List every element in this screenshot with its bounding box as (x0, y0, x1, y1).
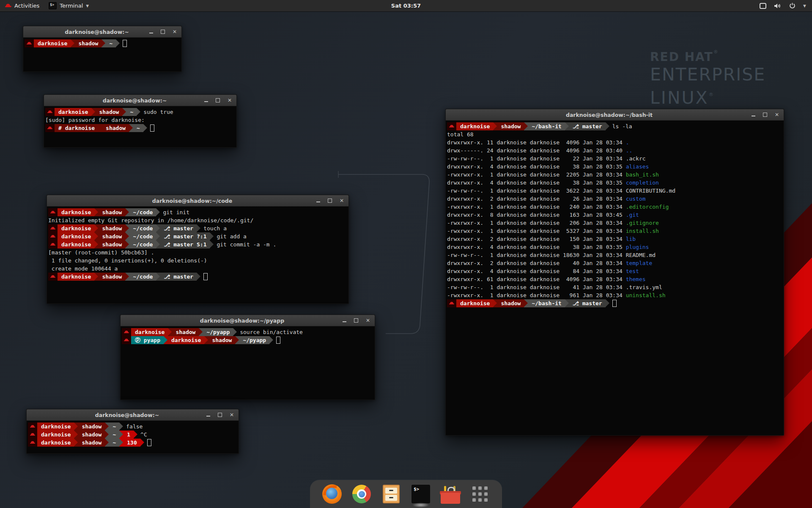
redhat-prompt-icon (48, 224, 58, 232)
prompt-segment-dir: ~/bash-it (528, 299, 565, 307)
minimize-button[interactable] (751, 112, 756, 117)
firefox-icon[interactable] (322, 484, 342, 504)
terminal-content[interactable]: darknoiseshadow~/pyappsource bin/activat… (121, 326, 375, 346)
terminal-text: lib (626, 236, 636, 242)
prompt-segment-dir: ~ (109, 439, 119, 447)
close-button[interactable]: ✕ (229, 412, 234, 417)
terminal-text: test (626, 268, 639, 274)
powerline-arrow (125, 232, 129, 240)
brand-line1: RED HAT® (650, 45, 765, 64)
dock: $> (310, 480, 502, 508)
volume-icon[interactable] (774, 3, 782, 9)
prompt-segment-git: ⎇ master (569, 299, 606, 307)
minimize-button[interactable] (203, 98, 208, 103)
powerline-arrow (94, 232, 98, 240)
close-button[interactable]: ✕ (227, 98, 232, 103)
app-menu-terminal[interactable]: $> Terminal ▼ (44, 0, 93, 11)
terminal-text: 1 file changed, 0 insertions(+), 0 delet… (48, 257, 207, 264)
terminal-text: git add a (217, 233, 246, 240)
window-title: darknoise@shadow:~ (69, 97, 200, 104)
maximize-button[interactable] (354, 318, 359, 323)
terminal-window-home-1[interactable]: darknoise@shadow:~ ✕ darknoiseshadow~ (23, 26, 182, 72)
terminal-text: git commit -a -m . (217, 241, 276, 248)
prompt-segment-host: shadow (95, 108, 122, 116)
terminal-text: touch a (203, 225, 227, 232)
close-button[interactable]: ✕ (172, 29, 177, 34)
window-titlebar[interactable]: darknoise@shadow:~ ✕ (27, 409, 239, 421)
powerline-arrow (235, 336, 239, 344)
prompt-segment-dir: ~ (105, 39, 116, 47)
prompt-segment-user: darknoise (37, 439, 74, 447)
window-titlebar[interactable]: darknoise@shadow:~/bash-it ✕ (446, 109, 784, 121)
terminal-content[interactable]: darknoiseshadow~ (23, 38, 181, 49)
close-button[interactable]: ✕ (774, 112, 779, 117)
maximize-button[interactable] (217, 412, 222, 417)
powerline-arrow (210, 240, 214, 248)
redhat-prompt-icon (48, 240, 58, 248)
terminal-cursor (203, 273, 208, 280)
clock[interactable]: Sat 03:57 (0, 3, 812, 9)
minimize-button[interactable] (148, 29, 154, 34)
terminal-cursor (147, 439, 151, 446)
terminal-window-sudo[interactable]: darknoise@shadow:~ ✕ darknoiseshadow~sud… (44, 94, 237, 148)
terminal-content[interactable]: darknoiseshadow~/codegit initInitialized… (47, 207, 348, 282)
powerline-arrow (204, 336, 208, 344)
system-menu-caret-icon[interactable]: ▼ (803, 4, 806, 8)
terminal-icon[interactable]: $> (411, 484, 431, 504)
prompt-segment-host: shadow (74, 39, 102, 47)
terminal-line: -rw-rw-r--. 1 darknoise darknoise 41 Jan… (447, 283, 782, 291)
powerline-arrow (493, 299, 497, 307)
terminal-line: darknoiseshadow~130 (28, 439, 237, 447)
powerline-arrow (119, 439, 123, 447)
terminal-line: darknoiseshadow~/code⎇ master (48, 273, 347, 281)
powerline-arrow (197, 224, 200, 232)
terminal-window-bash-it[interactable]: darknoise@shadow:~/bash-it ✕ darknoisesh… (445, 109, 784, 436)
powerline-arrow (156, 273, 160, 281)
power-icon[interactable] (789, 3, 796, 9)
prompt-segment-dir: ~/pyapp (203, 328, 233, 336)
terminal-text: [master (root-commit) 50bcb63] . (48, 249, 154, 256)
powerline-arrow (233, 328, 237, 336)
terminal-text: completion (626, 179, 659, 186)
powerline-arrow (119, 431, 123, 439)
terminal-line: total 68 (447, 130, 782, 138)
display-icon[interactable] (760, 3, 766, 9)
window-titlebar[interactable]: darknoise@shadow:~/pyapp ✕ (121, 315, 375, 326)
terminal-line: -rw-rw-r--. 1 darknoise darknoise 22 Jan… (447, 155, 782, 163)
close-button[interactable]: ✕ (365, 318, 370, 323)
maximize-button[interactable] (160, 29, 165, 34)
prompt-segment-dir: ~/code (129, 224, 156, 232)
terminal-text: install.sh (626, 228, 659, 234)
minimize-button[interactable] (315, 198, 321, 203)
close-button[interactable]: ✕ (339, 198, 344, 203)
prompt-segment-err: 130 (123, 439, 140, 447)
terminal-content[interactable]: darknoiseshadow~/bash-it⎇ masterls -lato… (446, 121, 784, 309)
window-titlebar[interactable]: darknoise@shadow:~ ✕ (44, 95, 236, 106)
files-icon[interactable] (381, 484, 401, 504)
prompt-segment-host: shadow (98, 232, 125, 240)
maximize-button[interactable] (763, 112, 768, 117)
terminal-window-pyapp[interactable]: darknoise@shadow:~/pyapp ✕ darknoiseshad… (120, 315, 375, 400)
window-titlebar[interactable]: darknoise@shadow:~/code ✕ (47, 195, 348, 207)
powerline-arrow (156, 240, 160, 248)
terminal-line: Initialized empty Git repository in /hom… (48, 216, 347, 224)
terminal-content[interactable]: darknoiseshadow~falsedarknoiseshadow~1^C… (27, 421, 239, 448)
terminal-text: source bin/activate (240, 329, 303, 335)
terminal-window-home-2[interactable]: darknoise@shadow:~ ✕ darknoiseshadow~fal… (26, 409, 239, 454)
chrome-icon[interactable] (351, 484, 372, 504)
terminal-line: darknoiseshadow~/code⎇ master ?:1git add… (48, 232, 347, 240)
terminal-content[interactable]: darknoiseshadow~sudo true[sudo] password… (44, 106, 236, 134)
activities-button[interactable]: Activities (0, 0, 44, 11)
minimize-button[interactable] (342, 318, 347, 323)
prompt-segment-host: shadow (497, 299, 524, 307)
terminal-text: .git (626, 212, 639, 218)
toolbox-icon[interactable] (440, 484, 461, 504)
maximize-button[interactable] (215, 98, 220, 103)
terminal-window-code[interactable]: darknoise@shadow:~/code ✕ darknoiseshado… (47, 195, 349, 304)
window-titlebar[interactable]: darknoise@shadow:~ ✕ (23, 26, 181, 38)
minimize-button[interactable] (206, 412, 211, 417)
maximize-button[interactable] (327, 198, 332, 203)
app-menu-label: Terminal (60, 3, 83, 9)
terminal-line: drwxrwxr-x. 4 darknoise darknoise 38 Jan… (447, 179, 782, 187)
app-grid-icon[interactable] (470, 484, 490, 504)
